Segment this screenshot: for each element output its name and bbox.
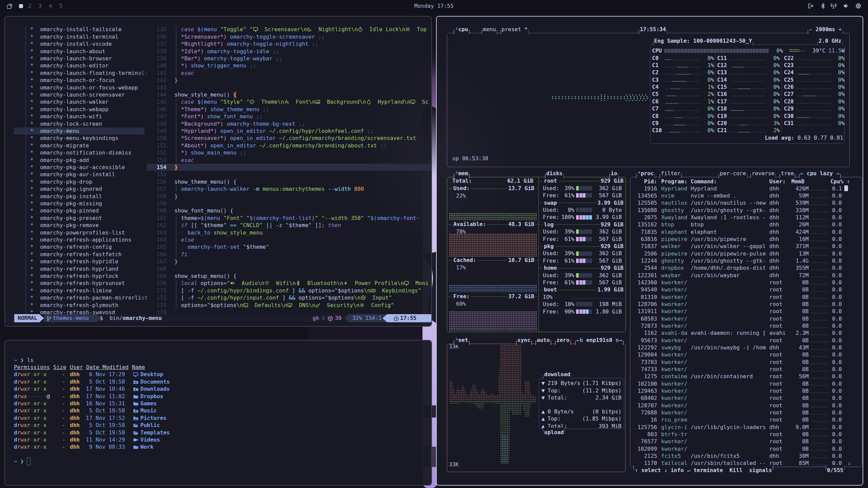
ls-name[interactable]: Public [140, 422, 160, 429]
file-item-omarchy-install-vscode[interactable]: * omarchy-install-vscode [30, 40, 112, 47]
workspace-3[interactable]: 3 [39, 2, 42, 9]
proc-row-12244[interactable]: 12244ghostty/usr/bin/ghostty --gtk-dhh1.… [631, 257, 861, 264]
proc-nav[interactable]: ← cpu lazy → [799, 170, 841, 177]
mem-box-title[interactable]: ²mem [454, 170, 469, 177]
file-item-omarchy-launch-browser[interactable]: * omarchy-launch-browser [30, 55, 112, 62]
ls-name[interactable]: Dropbox [140, 393, 163, 400]
workspace-5[interactable]: 5 [59, 2, 63, 9]
file-item-omarchy-launch-webapp[interactable]: * omarchy-launch-webapp [30, 106, 108, 113]
file-item-omarchy-refresh-hyprlock[interactable]: * omarchy-refresh-hyprlock [30, 272, 118, 280]
cpu-preset-label[interactable]: preset * [500, 26, 529, 33]
file-item-omarchy-refresh-hypridle[interactable]: * omarchy-refresh-hypridle [30, 258, 118, 265]
proc-header-mem[interactable]: MemB [791, 178, 805, 185]
prompt-line-2[interactable]: ~ ❯ [14, 458, 24, 465]
proc-row-16[interactable]: 16rcu_preeroot0B0.0 [631, 416, 861, 423]
ls-name[interactable]: Games [140, 400, 157, 407]
proc-row-1916[interactable]: 1916HyprlandHyprlanddhh426M0.1 [631, 185, 861, 192]
proc-tree-label[interactable]: tree [780, 170, 795, 177]
file-item-omarchy-migrate[interactable]: * omarchy-migrate [30, 142, 89, 149]
file-item-omarchy-refresh-applications[interactable]: * omarchy-refresh-applications [30, 236, 132, 243]
proc-row-2125[interactable]: 2125fcitx5/usr/bin/fcitx5dhh30M0.0 [631, 452, 861, 460]
file-item-omarchy-pkg-pinned[interactable]: * omarchy-pkg-pinned [30, 207, 99, 214]
proc-row-68402[interactable]: 68402kworker/root0B0.0 [631, 394, 861, 402]
ls-name[interactable]: Templates [140, 429, 170, 436]
logout-icon[interactable] [808, 3, 813, 9]
file-item-omarchy-lock-screen[interactable]: * omarchy-lock-screen [30, 120, 102, 127]
proc-row-71835[interactable]: 71835elephantelephantdhh424M0.0 [631, 228, 861, 236]
proc-row-142360[interactable]: 142360kworker/root0B0.0 [631, 279, 861, 286]
file-item-selected-omarchy-menu[interactable]: * omarchy-menu [30, 127, 79, 135]
proc-row-2506[interactable]: 2506pipewire/usr/bin/pipewire-pulsedhh13… [631, 250, 861, 257]
file-item-omarchy-launch-floating-terminal-[interactable]: * omarchy-launch-floating-terminal- [30, 69, 148, 77]
proc-footer[interactable]: ↑ select ↓ info ↵ terminate Kill signals [634, 467, 773, 474]
cpu-menu-label[interactable]: menu [482, 26, 497, 33]
proc-row-803[interactable]: 803btrfs-trroot0B0.0 [631, 431, 861, 438]
file-item-omarchy-launch-wifi[interactable]: * omarchy-launch-wifi [30, 113, 102, 120]
proc-row-76577[interactable]: 76577kworker/root0B0.0 [631, 438, 861, 445]
proc-header-pid[interactable]: Pid: [644, 178, 657, 185]
disks-io-label[interactable]: io [610, 170, 618, 177]
proc-header-command[interactable]: Command: [691, 178, 717, 185]
file-item-omarchy-install-terminal[interactable]: * omarchy-install-terminal [30, 33, 118, 40]
net-box-title[interactable]: ³net [454, 337, 469, 344]
file-item-omarchy-pkg-aur-accessible[interactable]: * omarchy-pkg-aur-accessible [30, 164, 125, 171]
proc-row-128706[interactable]: 128706kworker/root0B0.0 [631, 301, 861, 308]
proc-row-125756[interactable]: 125756glycin-i/usr/lib/glycin-loadersdhh… [631, 424, 861, 431]
proc-row-131911[interactable]: 131911kworker/root0B0.0 [631, 308, 861, 315]
ls-name[interactable]: Downloads [140, 385, 170, 392]
branch-name[interactable]: themes-menu [53, 314, 89, 322]
ls-name[interactable]: Music [140, 407, 157, 414]
proc-row-95673[interactable]: 95673kworker/root0B0.0 [631, 337, 861, 344]
file-item-omarchy-powerprofiles-list[interactable]: * omarchy-powerprofiles-list [30, 229, 125, 236]
file-item-omarchy-pkg-drop[interactable]: * omarchy-pkg-drop [30, 178, 92, 185]
bluetooth-icon[interactable] [820, 3, 826, 9]
file-item-omarchy-launch-screensaver[interactable]: * omarchy-launch-screensaver [30, 91, 125, 98]
proc-reverse-label[interactable]: reverse [751, 170, 775, 177]
file-item-omarchy-pkg-ignored[interactable]: * omarchy-pkg-ignored [30, 185, 102, 192]
network-icon[interactable] [831, 3, 836, 9]
file-item-omarchy-launch-or-focus-webapp[interactable]: * omarchy-launch-or-focus-webapp [30, 84, 138, 91]
proc-row-74733[interactable]: 74733kworker/root0B0.0 [631, 366, 861, 373]
ls-name[interactable]: Work [140, 443, 154, 450]
file-item-omarchy-install-tailscale[interactable]: * omarchy-install-tailscale [30, 26, 122, 33]
file-item-omarchy-pkg-remove[interactable]: * omarchy-pkg-remove [30, 222, 99, 229]
workspace-2[interactable]: 2 [28, 2, 32, 9]
proc-row-135088[interactable]: 135088ghostty/usr/bin/ghostty --gtk-dhh3… [631, 207, 861, 214]
file-item-omarchy-pkg-add[interactable]: * omarchy-pkg-add [30, 157, 89, 164]
proc-percore-label[interactable]: per-core [719, 170, 747, 177]
proc-row-81310[interactable]: 81310kworker/root0B0.0 [631, 293, 861, 301]
workspace-4[interactable]: 4 [49, 2, 52, 9]
ls-name[interactable]: Videos [140, 436, 160, 443]
file-item-omarchy-pkg-present[interactable]: * omarchy-pkg-present [30, 215, 102, 222]
proc-row-94540[interactable]: 94540kworker/root0B0.0 [631, 286, 861, 293]
proc-row-72088[interactable]: 72088kworker/root0B0.0 [631, 409, 861, 416]
file-item-omarchy-refresh-fastfetch[interactable]: * omarchy-refresh-fastfetch [30, 251, 122, 258]
disks-title[interactable]: disks [545, 170, 564, 177]
cpu-interval[interactable]: - 2000ms + [808, 26, 843, 33]
ls-name[interactable]: Documents [140, 378, 170, 385]
proc-row-102099[interactable]: 102099kworker/root0B0.0 [631, 445, 861, 452]
file-item-omarchy-notification-dismiss[interactable]: * omarchy-notification-dismiss [30, 149, 132, 156]
cpu-box-title[interactable]: ¹cpu [454, 26, 469, 33]
cpu-icon[interactable] [855, 3, 861, 9]
proc-header-program[interactable]: Program: [661, 178, 687, 185]
volume-icon[interactable] [843, 3, 849, 9]
proc-row-63816[interactable]: 63816pipewire/usr/bin/pipewiredhh16M0.0 [631, 236, 861, 243]
file-item-omarchy-refresh-pacman-mirrorlist[interactable]: * omarchy-refresh-pacman-mirrorlist [30, 294, 148, 301]
proc-row-72073[interactable]: 72073kworker/root0B0.0 [631, 322, 861, 329]
proc-header-cpu[interactable]: Cpu% ↑ [830, 178, 850, 185]
proc-header-user[interactable]: User: [769, 178, 786, 185]
proc-row-129004[interactable]: 129004kworker/root0B0.0 [631, 351, 861, 358]
proc-row-2544[interactable]: 2544dropbox/home/dhh/.dropbox-distdhh355… [631, 264, 861, 271]
proc-row-2075[interactable]: 2075XwaylandXwayland :1 -rootless -dhh11… [631, 214, 861, 221]
proc-row-68583[interactable]: 68583kworker/root0B0.0 [631, 315, 861, 322]
proc-row-1162[interactable]: 1162avahi-daavahi-daemon: running [avahi… [631, 329, 861, 337]
proc-row-128707[interactable]: 128707kworker/root0B0.0 [631, 402, 861, 409]
proc-row-135162[interactable]: 135162btopbtopdhh26M0.0 [631, 221, 861, 228]
prompt-line[interactable]: ~ ❯ ls [14, 357, 34, 364]
net-sync-label[interactable]: sync [516, 337, 532, 344]
proc-row-125505[interactable]: 125505nautilus/usr/bin/nautilus --newdhh… [631, 199, 861, 206]
proc-row-129463[interactable]: 129463kworker/root0B0.0 [631, 387, 861, 394]
workspaces-overview-icon[interactable] [7, 3, 13, 10]
proc-row-134565[interactable]: 134565nvimnvim --embed .dhh59M0.0 [631, 192, 861, 199]
